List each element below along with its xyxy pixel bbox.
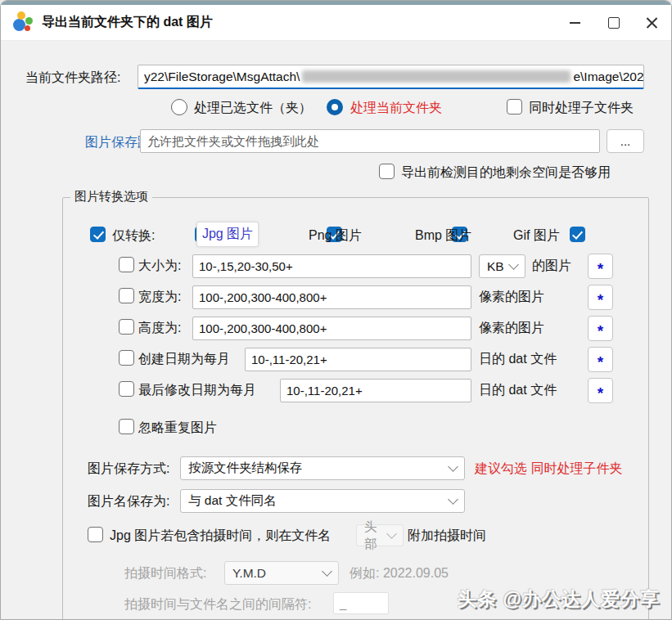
checkbox-check-space[interactable] [379,164,395,179]
chevron-down-icon [508,259,519,270]
chevron-down-icon [322,566,332,577]
name-mode-value: 与 dat 文件同名 [188,492,277,510]
checkbox-width-filter[interactable] [119,288,134,303]
size-unit-select[interactable]: KB [479,254,525,278]
height-filter-label: 高度为: [138,320,181,337]
shoot-time-label-prefix: Jpg 图片若包含拍摄时间，则在文件名 [110,528,331,545]
checkbox-modified-filter[interactable] [119,381,134,397]
export-dat-dialog: 导出当前文件夹下的 dat 图片 当前文件夹路径: y22\FileStorag… [0,0,672,620]
width-filter-input[interactable]: 100-,200,300-400,800+ [192,285,471,309]
app-icon [12,11,34,34]
checkbox-height-filter[interactable] [119,319,134,335]
current-path-input[interactable]: y22\FileStorage\MsgAttach\ e\Image\2022-… [138,65,644,89]
size-unit-value: KB [487,259,504,274]
time-format-example: 例如: 2022.09.05 [350,565,449,582]
close-button[interactable] [633,5,671,40]
current-path-label: 当前文件夹路径: [25,70,120,87]
only-convert-label: 仅转换: [112,227,155,245]
path-value-start: y22\FileStorage\MsgAttach\ [144,70,300,84]
checkbox-created-filter[interactable] [119,350,134,366]
group-title: 图片转换选项 [70,189,152,204]
chevron-down-icon [386,528,397,539]
checkbox-shoot-time[interactable] [88,527,103,542]
modified-filter-value: 10-,11-20,21+ [286,384,363,398]
created-filter-input[interactable]: 10-,11-20,21+ [245,348,471,371]
size-filter-input[interactable]: 10-,15,20-30,50+ [192,254,471,278]
path-redacted-blur [302,70,571,83]
width-help-button[interactable]: * [588,285,613,310]
modified-filter-label: 最后修改日期为每月 [138,382,256,399]
save-path-input[interactable] [140,129,600,153]
maximize-button[interactable] [594,5,633,40]
window-title: 导出当前文件夹下的 dat 图片 [42,14,213,31]
checkbox-gif[interactable] [570,227,585,242]
jpg-label-focused: Jpg 图片 [196,222,259,247]
window-controls [556,5,671,40]
checkbox-subfolders[interactable] [507,99,522,115]
minimize-button[interactable] [556,5,594,40]
height-help-button[interactable]: * [588,316,613,341]
modified-filter-input[interactable]: 10-,11-20,21+ [280,379,471,402]
radio-process-selected-label: 处理已选文件（夹） [194,100,312,117]
modified-filter-suffix: 日的 dat 文件 [479,382,557,399]
height-filter-input[interactable]: 100-,200,300-400,800+ [192,317,471,340]
maximize-icon [608,17,620,29]
height-filter-value: 100-,200,300-400,800+ [199,321,327,335]
ignore-duplicates-label: 忽略重复图片 [138,420,217,437]
created-filter-value: 10-,11-20,21+ [251,353,327,366]
modified-help-button[interactable]: * [588,378,613,403]
radio-process-current-label: 处理当前文件夹 [350,100,442,117]
checkbox-size-filter[interactable] [119,257,134,272]
checkbox-ignore-duplicates[interactable] [119,419,134,434]
shoot-time-position-select: 头部 [356,524,404,546]
width-filter-value: 100-,200,300-400,800+ [199,290,327,304]
created-filter-label: 创建日期为每月 [138,351,230,368]
png-label: Png 图片 [309,227,362,245]
chevron-down-icon [448,494,458,505]
shoot-time-position-value: 头部 [364,519,388,553]
checkbox-subfolders-label: 同时处理子文件夹 [529,100,634,117]
height-filter-suffix: 像素的图片 [479,320,544,337]
size-filter-suffix: 的图片 [532,258,571,275]
size-filter-value: 10-,15,20-30,50+ [199,259,293,273]
size-help-button[interactable]: * [588,254,613,279]
close-icon [646,16,658,29]
time-format-select: Y.M.D [224,561,339,585]
checkbox-only-convert[interactable] [90,227,106,242]
radio-process-selected[interactable] [171,99,187,115]
created-help-button[interactable]: * [588,347,613,372]
size-filter-label: 大小为: [138,258,181,275]
shoot-time-label-suffix: 附加拍摄时间 [408,528,486,545]
bmp-label: Bmp 图片 [415,227,471,245]
width-filter-suffix: 像素的图片 [479,289,544,306]
save-mode-value: 按源文件夹结构保存 [188,460,303,477]
chevron-down-icon [448,461,458,472]
checkbox-check-space-label: 导出前检测目的地剩余空间是否够用 [401,164,611,182]
path-value-end: e\Image\2022-09 [573,70,644,84]
titlebar: 导出当前文件夹下的 dat 图片 [1,5,671,41]
created-filter-suffix: 日的 dat 文件 [479,351,557,368]
conversion-options-group: 图片转换选项 仅转换: Jpg 图片 Png 图片 Bmp 图片 Gif 图片 … [62,197,649,620]
watermark: 头条 @办公达人爱分享 [458,586,660,612]
gif-label: Gif 图片 [513,227,560,245]
separator-label: 拍摄时间与文件名之间的间隔符: [124,596,311,613]
minimize-icon [570,22,580,24]
separator-value: _ [340,596,346,610]
name-mode-label: 图片名保存为: [88,493,169,510]
radio-process-current[interactable] [327,99,343,115]
browse-button[interactable]: ... [607,129,644,153]
time-format-label: 拍摄时间格式: [124,565,206,582]
save-mode-label: 图片保存方式: [88,461,169,478]
separator-input: _ [333,592,389,614]
width-filter-label: 宽度为: [138,289,181,306]
save-mode-hint: 建议勾选 同时处理子件夹 [475,461,622,478]
name-mode-select[interactable]: 与 dat 文件同名 [180,489,465,513]
time-format-value: Y.M.D [232,566,266,581]
save-mode-select[interactable]: 按源文件夹结构保存 [180,456,465,480]
